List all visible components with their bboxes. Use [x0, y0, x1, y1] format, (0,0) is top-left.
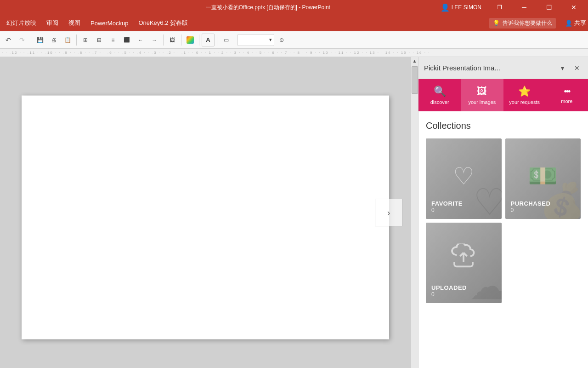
toolbar-sep-7	[235, 34, 235, 46]
menu-slideshow[interactable]: 幻灯片放映	[2, 17, 41, 29]
collection-card-favorite[interactable]: ♡ ♡ FAVORITE 0	[426, 138, 502, 219]
print-button[interactable]: 🖨	[47, 34, 60, 46]
your-requests-icon: ⭐	[518, 86, 531, 98]
insert-image-button[interactable]: 🖼	[166, 34, 179, 46]
your-images-icon: 🖼	[477, 86, 487, 98]
uploaded-name: UPLOADED	[431, 284, 467, 291]
discover-icon: 🔍	[434, 86, 446, 98]
format-button-5[interactable]: ←	[134, 34, 147, 46]
zoom-fit-button[interactable]: ⊙	[275, 34, 288, 46]
color-button[interactable]	[184, 34, 197, 46]
ruler: · · -12 · · -11 · · -10 · · -9 · · -8 · …	[0, 49, 588, 57]
menu-view[interactable]: 视图	[64, 17, 85, 29]
toolbar-sep-3	[163, 34, 164, 46]
collections-grid: ♡ ♡ FAVORITE 0 💵 💰 PURCHASED 0 ☁ UPLOADE…	[426, 138, 581, 303]
close-button[interactable]: ✕	[563, 0, 584, 15]
menu-bar: 幻灯片放映 审阅 视图 PowerMockup OneKey6.2 贺春版 💡 …	[0, 15, 588, 31]
pickit-tabs: 🔍 discover 🖼 your images ⭐ your requests…	[418, 79, 588, 111]
restore-button[interactable]: ❐	[489, 0, 510, 15]
tab-more[interactable]: ••• more	[546, 79, 588, 111]
canvas-area[interactable]: ›	[0, 57, 411, 368]
main-area: › ▲ Pickit Presentation Ima... ▾ ✕ 🔍 dis…	[0, 57, 588, 368]
redo-button[interactable]: ↷	[16, 34, 28, 46]
tab-discover-label: discover	[430, 99, 449, 105]
pickit-header: Pickit Presentation Ima... ▾ ✕	[418, 57, 588, 79]
share-icon: 👤	[565, 20, 572, 27]
format-button-1[interactable]: ⊞	[79, 34, 92, 46]
toolbar-sep-6	[217, 34, 217, 46]
dropdown-arrow-icon: ▾	[269, 37, 272, 43]
pickit-dropdown-button[interactable]: ▾	[557, 63, 568, 74]
tab-more-label: more	[561, 98, 572, 104]
tab-your-requests-label: your requests	[509, 99, 540, 105]
minimize-button[interactable]: ─	[514, 0, 535, 15]
format-button-4[interactable]: ⬛	[120, 34, 133, 46]
menu-powermockup[interactable]: PowerMockup	[86, 18, 133, 29]
toolbar-sep-4	[181, 34, 181, 46]
ruler-marks: · · -12 · · -11 · · -10 · · -9 · · -8 · …	[2, 51, 430, 55]
toolbar-sep-2	[76, 34, 77, 46]
purchased-count: 0	[511, 207, 514, 213]
pickit-content: Collections ♡ ♡ FAVORITE 0 💵 💰 PURCHASED…	[418, 111, 588, 368]
menu-onekey[interactable]: OneKey6.2 贺春版	[134, 17, 192, 29]
scroll-up-button[interactable]: ▲	[411, 57, 418, 64]
purchased-deco: 💰	[539, 180, 581, 219]
scrollbar-thumb[interactable]	[412, 66, 418, 94]
favorite-name: FAVORITE	[431, 200, 463, 207]
slide-canvas[interactable]	[22, 96, 389, 339]
share-button[interactable]: 👤 共享	[565, 19, 586, 27]
tab-your-images[interactable]: 🖼 your images	[461, 79, 503, 111]
format-button-2[interactable]: ⊟	[93, 34, 106, 46]
save-button[interactable]: 💾	[34, 34, 46, 46]
toolbar: ↶ ↷ 💾 🖨 📋 ⊞ ⊟ ≡ ⬛ ← → 🖼 A ▭ ▾ ⊙	[0, 31, 588, 49]
copy-button[interactable]: 📋	[61, 34, 74, 46]
favorite-deco: ♡	[473, 181, 502, 219]
lightbulb-icon: 💡	[493, 20, 500, 26]
color-swatch	[187, 36, 194, 44]
format-button-3[interactable]: ≡	[107, 34, 119, 46]
pickit-panel: Pickit Presentation Ima... ▾ ✕ 🔍 discove…	[418, 57, 588, 368]
uploaded-count: 0	[431, 291, 435, 298]
favorite-count: 0	[431, 207, 435, 213]
tab-your-images-label: your images	[468, 99, 496, 105]
toolbar-sep-5	[199, 34, 199, 46]
pickit-title: Pickit Presentation Ima...	[424, 64, 553, 72]
zoom-dropdown[interactable]: ▾	[237, 34, 274, 46]
menu-tell-me[interactable]: 💡 告诉我你想要做什么	[489, 18, 556, 29]
collection-card-uploaded[interactable]: ☁ UPLOADED 0	[426, 223, 502, 303]
tab-your-requests[interactable]: ⭐ your requests	[503, 79, 546, 111]
title-bar-title: 一直被小看的Office.pptx [自动保存的] - PowerPoint	[96, 4, 441, 12]
page-nav-button[interactable]: ›	[375, 199, 402, 226]
menu-review[interactable]: 审阅	[42, 17, 63, 29]
collection-card-empty	[505, 223, 581, 303]
tab-discover[interactable]: 🔍 discover	[418, 79, 461, 111]
format-button-6[interactable]: →	[148, 34, 161, 46]
shape-button-1[interactable]: ▭	[220, 34, 232, 46]
uploaded-deco: ☁	[469, 265, 502, 303]
scrollbar-vertical[interactable]: ▲	[411, 57, 418, 368]
user-name[interactable]: 👤 LEE SIMON	[441, 3, 481, 12]
pickit-close-button[interactable]: ✕	[571, 63, 582, 74]
purchased-name: PURCHASED	[511, 200, 551, 207]
collection-card-purchased[interactable]: 💵 💰 PURCHASED 0	[505, 138, 581, 219]
text-button[interactable]: A	[202, 34, 215, 46]
undo-button[interactable]: ↶	[2, 34, 15, 46]
favorite-bg-icon: ♡	[453, 162, 475, 190]
title-bar: 一直被小看的Office.pptx [自动保存的] - PowerPoint 👤…	[0, 0, 588, 15]
more-icon: •••	[564, 87, 570, 97]
toolbar-sep-1	[31, 34, 31, 46]
collections-title: Collections	[426, 121, 581, 131]
maximize-button[interactable]: ☐	[538, 0, 560, 15]
